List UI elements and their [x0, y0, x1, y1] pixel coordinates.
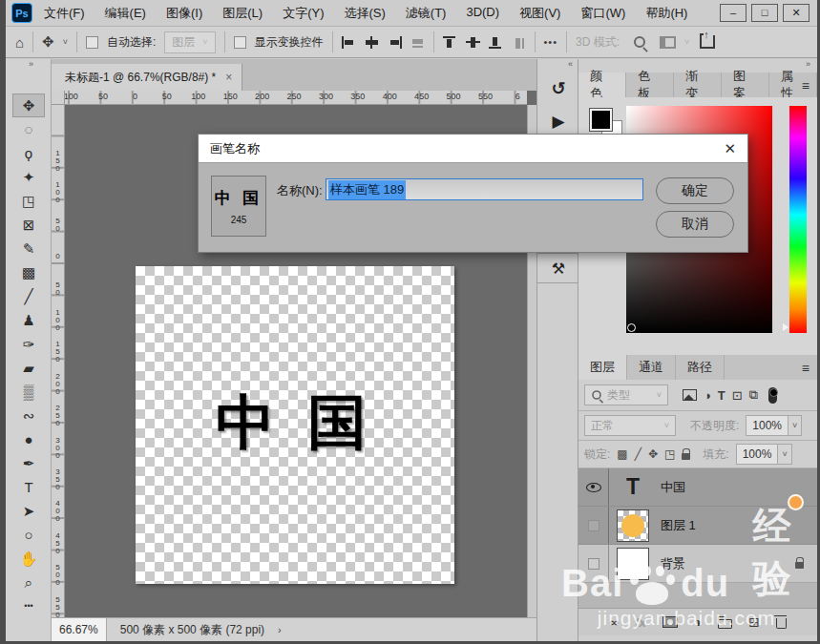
home-icon[interactable]: ⌂ [15, 34, 24, 51]
chevron-down-icon[interactable]: ˅ [788, 416, 801, 435]
layer-name[interactable]: 图层 1 [661, 517, 696, 534]
zoom-level-field[interactable]: 66.67% [52, 618, 107, 641]
menu-item[interactable]: 3D(D) [466, 5, 499, 22]
move-tool[interactable]: ✥ [12, 93, 45, 117]
document-canvas[interactable]: 中国 [136, 266, 454, 584]
filter-adjustment-layers-icon[interactable]: ◑ [704, 388, 711, 403]
close-tab-icon[interactable]: × [225, 71, 232, 84]
tools-panel-icon[interactable]: ⚒ [537, 253, 579, 283]
delete-layer-icon[interactable] [776, 618, 787, 629]
tab-layers[interactable]: 图层 [578, 355, 627, 380]
search-icon[interactable] [634, 36, 645, 48]
type-tool[interactable]: T [12, 475, 45, 499]
align-top-icon[interactable] [443, 36, 457, 49]
blend-mode-dropdown[interactable]: 正常 ˅ [584, 415, 676, 436]
menu-item[interactable]: 图层(L) [222, 5, 263, 22]
brush-name-input[interactable]: 样本画笔 189 [326, 178, 643, 200]
quick-selection-tool[interactable]: ✦ [12, 165, 45, 189]
filter-type-layers-icon[interactable]: T [718, 388, 725, 403]
tab-patterns[interactable]: 图案 [722, 73, 769, 97]
menu-item[interactable]: 滤镜(T) [406, 5, 447, 22]
cancel-button[interactable]: 取消 [656, 211, 734, 238]
new-layer-icon[interactable]: ⊞ [748, 614, 760, 630]
layer-effects-icon[interactable]: fx [635, 615, 646, 630]
link-layers-icon[interactable]: ∞ [609, 614, 619, 630]
path-select-tool[interactable]: ➤ [12, 499, 45, 523]
frame-tool[interactable]: ⊠ [12, 213, 45, 237]
eyedropper-tool[interactable]: ✎ [12, 237, 45, 260]
history-panel-icon[interactable]: ↺ [537, 73, 579, 105]
zoom-tool[interactable]: ⌕ [12, 571, 45, 594]
menu-item[interactable]: 文件(F) [44, 5, 85, 22]
visibility-cell[interactable] [578, 507, 609, 544]
layer-filter-dropdown[interactable]: 类型 ˅ [584, 384, 668, 405]
foreground-color-swatch[interactable] [590, 109, 612, 131]
new-group-icon[interactable] [718, 619, 732, 629]
chevron-down-icon[interactable]: ˅ [63, 37, 68, 47]
lock-artboard-icon[interactable]: ◳ [664, 447, 675, 461]
document-tab[interactable]: 未标题-1 @ 66.7%(RGB/8#) * × [52, 64, 242, 91]
layer-name[interactable]: 背景 [661, 555, 685, 572]
text-layer-thumbnail[interactable]: T [617, 474, 649, 500]
hand-tool[interactable]: ✋ [12, 547, 45, 571]
menu-item[interactable]: 编辑(E) [105, 5, 146, 22]
hue-slider-handle[interactable] [783, 323, 788, 331]
panel-menu-icon[interactable]: ≡ [802, 78, 809, 93]
tab-color[interactable]: 颜色 [578, 73, 626, 97]
tab-properties[interactable]: 属性 [769, 73, 817, 97]
close-button[interactable]: ✕ [783, 4, 809, 22]
adjustment-layer-icon[interactable]: ◑ [694, 614, 702, 630]
workspace-icon[interactable] [660, 36, 676, 49]
filter-smart-objects-icon[interactable]: ⧉ [749, 387, 758, 403]
more-align-options-icon[interactable]: ••• [544, 36, 558, 48]
align-bottom-icon[interactable] [489, 36, 503, 49]
align-right-icon[interactable] [388, 36, 402, 49]
shape-tool[interactable]: ○ [12, 523, 45, 547]
align-center-vertical-icon[interactable] [466, 36, 480, 49]
tab-channels[interactable]: 通道 [627, 355, 676, 380]
collapse-dock-icon[interactable]: « [537, 59, 578, 73]
actions-panel-icon[interactable]: ▶ [537, 105, 579, 137]
tab-paths[interactable]: 路径 [676, 355, 725, 380]
menu-item[interactable]: 选择(S) [344, 5, 385, 22]
align-center-horizontal-icon[interactable] [365, 36, 379, 49]
hue-slider[interactable] [789, 106, 807, 333]
menu-item[interactable]: 帮助(H) [645, 5, 687, 22]
layer-row-text[interactable]: T 中国 [578, 468, 817, 507]
layer-name[interactable]: 中国 [661, 479, 685, 496]
layer-thumbnail[interactable] [617, 548, 649, 580]
move-tool-icon[interactable]: ✥ [42, 33, 54, 51]
layer-row-image[interactable]: 图层 1 [578, 507, 817, 545]
maximize-button[interactable]: □ [751, 4, 778, 22]
menu-item[interactable]: 窗口(W) [580, 5, 625, 22]
clone-stamp-tool[interactable]: ♟ [12, 308, 45, 332]
dialog-close-icon[interactable]: ✕ [724, 140, 736, 157]
smudge-tool[interactable]: ∾ [12, 404, 45, 427]
color-cursor[interactable] [627, 323, 636, 332]
spot-healing-tool[interactable]: ▩ [12, 260, 45, 284]
gradient-tool[interactable]: ▒ [12, 380, 45, 404]
toolbar-expand-icon[interactable]: » [6, 59, 51, 73]
marquee-tool[interactable]: ◌ [12, 117, 45, 141]
visibility-cell[interactable] [578, 468, 609, 506]
layer-thumbnail[interactable] [617, 509, 649, 542]
tab-gradients[interactable]: 渐变 [674, 73, 722, 97]
lock-paint-icon[interactable]: ╱ [635, 447, 641, 461]
layer-filter-toggle[interactable] [768, 387, 777, 404]
auto-select-checkbox[interactable] [86, 36, 98, 49]
show-transform-checkbox[interactable] [234, 36, 246, 49]
menu-item[interactable]: 文字(Y) [283, 5, 324, 22]
tab-swatches[interactable]: 色板 [626, 73, 674, 97]
dialog-title-bar[interactable]: 画笔名称 ✕ [199, 135, 747, 163]
share-icon[interactable] [700, 35, 715, 49]
pen-tool[interactable]: ✒ [12, 451, 45, 475]
brush-tool[interactable]: ╱ [12, 284, 45, 308]
status-chevron-icon[interactable]: › [278, 624, 282, 635]
layer-row-background[interactable]: 背景 [578, 545, 817, 583]
lock-position-icon[interactable]: ✥ [648, 447, 658, 461]
lasso-tool[interactable]: ϙ [12, 141, 45, 165]
dodge-tool[interactable]: ● [12, 427, 45, 451]
more-tools[interactable]: ••• [12, 594, 45, 618]
history-brush-tool[interactable]: ✑ [12, 332, 45, 356]
visibility-checkbox[interactable] [588, 558, 599, 570]
